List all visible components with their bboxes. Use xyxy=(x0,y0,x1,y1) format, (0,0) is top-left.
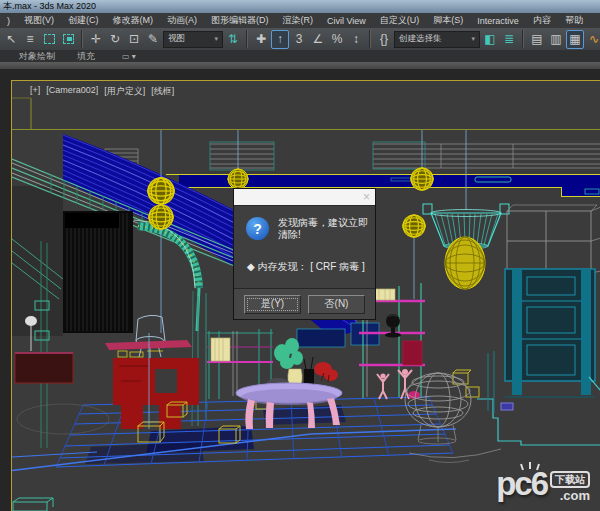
menu-item[interactable]: 图形编辑器(D) xyxy=(204,14,276,27)
chevron-down-icon: ▾ xyxy=(471,35,475,43)
toolbar-separator xyxy=(81,30,83,48)
viewport-menu-general[interactable]: [+] xyxy=(30,85,40,98)
ribbon-collapsed-strip xyxy=(0,62,600,69)
pivot-toggle-icon[interactable]: ↑ xyxy=(271,30,289,49)
angle-snap-icon[interactable]: ∠ xyxy=(309,30,327,49)
dialog-body: ? 发现病毒，建议立即清除! ◆ 内存发现： [ CRF 病毒 ] xyxy=(234,206,375,290)
window-crossing-icon[interactable] xyxy=(59,30,77,49)
spinner-snap-icon[interactable]: ↕ xyxy=(347,30,365,49)
paintbrush-dropdown[interactable]: ▭ ▾ xyxy=(122,52,136,61)
viewport-label: [+] [Camera002] [用户定义] [线框] xyxy=(30,85,174,98)
menu-item[interactable]: 动画(A) xyxy=(160,14,204,27)
yes-button[interactable]: 是(Y) xyxy=(244,295,301,314)
ribbon-tab[interactable]: 对象绘制 xyxy=(8,50,66,63)
cabinet xyxy=(505,269,595,397)
select-and-place-icon[interactable]: ✚ xyxy=(252,30,270,49)
main-toolbar: ↖≡✛↻⊡✎视图▾⇅✚↑3∠%↕{}创建选择集▾◧≣▤▥▦∿⊞⇓ xyxy=(0,28,600,50)
question-icon: ? xyxy=(246,217,269,240)
select-and-manipulate-icon[interactable]: ✎ xyxy=(144,30,162,49)
reference-coordinate-dropdown[interactable]: 视图▾ xyxy=(163,31,223,48)
scene-explorer-icon[interactable]: ▥ xyxy=(547,30,565,49)
viewport-menu-pov[interactable]: [Camera002] xyxy=(46,85,98,98)
pc6-watermark: pc6 下载站 .com xyxy=(496,468,590,503)
layer-manager-icon[interactable]: ▤ xyxy=(528,30,546,49)
window-title: 本.max - 3ds Max 2020 xyxy=(3,1,96,11)
menu-item[interactable]: 帮助 xyxy=(558,14,590,27)
menu-item[interactable]: 内容 xyxy=(526,14,558,27)
ribbon-tabs-row: 对象绘制填充▭ ▾ xyxy=(0,50,600,62)
rectangular-selection-region-icon[interactable] xyxy=(40,30,58,49)
watermark-brand: pc6 xyxy=(496,468,547,500)
window-titlebar: 本.max - 3ds Max 2020 xyxy=(0,0,600,13)
close-icon[interactable]: × xyxy=(363,190,370,204)
window-crossing-icon xyxy=(63,34,74,44)
menu-item[interactable]: 自定义(U) xyxy=(373,14,427,27)
virus-alert-dialog: × ? 发现病毒，建议立即清除! ◆ 内存发现： [ CRF 病毒 ] 是(Y)… xyxy=(233,188,376,320)
toolbar-separator xyxy=(369,30,371,48)
rays-icon xyxy=(520,461,540,471)
select-object-icon[interactable]: ↖ xyxy=(2,30,20,49)
edit-named-selection-icon[interactable]: {} xyxy=(375,30,393,49)
toolbar-separator xyxy=(246,30,248,48)
use-pivot-center-icon[interactable]: ⇅ xyxy=(224,30,242,49)
dialog-titlebar[interactable]: × xyxy=(234,189,375,206)
viewport-menu-shading[interactable]: [线框] xyxy=(151,85,174,98)
curve-editor-icon[interactable]: ∿ xyxy=(585,30,600,49)
menu-item[interactable]: ) xyxy=(0,16,17,26)
menu-item[interactable]: 视图(V) xyxy=(17,14,61,27)
menu-item[interactable]: Interactive xyxy=(470,16,526,26)
dialog-footer: 是(Y) 否(N) xyxy=(234,288,375,319)
menu-item[interactable]: 脚本(S) xyxy=(426,14,470,27)
menu-item[interactable]: 渲染(R) xyxy=(276,14,321,27)
rectangular-selection-region-icon xyxy=(44,34,55,44)
named-selection-dropdown[interactable]: 创建选择集▾ xyxy=(394,31,480,48)
align-icon[interactable]: ≣ xyxy=(500,30,518,49)
select-and-scale-icon[interactable]: ⊡ xyxy=(125,30,143,49)
select-and-rotate-icon[interactable]: ↻ xyxy=(106,30,124,49)
dialog-message: 发现病毒，建议立即清除! xyxy=(278,217,370,241)
select-and-move-icon[interactable]: ✛ xyxy=(87,30,105,49)
percent-snap-icon[interactable]: % xyxy=(328,30,346,49)
mirror-icon[interactable]: ◧ xyxy=(481,30,499,49)
watermark-suffix: .com xyxy=(560,488,590,503)
ribbon-toggle-icon[interactable]: ▦ xyxy=(566,30,584,49)
named-selection-dropdown-label: 创建选择集 xyxy=(399,33,442,45)
menu-item[interactable]: 创建(C) xyxy=(61,14,106,27)
no-button[interactable]: 否(N) xyxy=(308,295,365,314)
menu-item[interactable]: Civil View xyxy=(320,16,373,26)
menu-item[interactable]: 修改器(M) xyxy=(106,14,161,27)
ribbon-tab[interactable]: 填充 xyxy=(66,50,106,63)
select-by-name-icon[interactable]: ≡ xyxy=(21,30,39,49)
reference-coordinate-dropdown-label: 视图 xyxy=(168,33,185,45)
menu-bar: )视图(V)创建(C)修改器(M)动画(A)图形编辑器(D)渲染(R)Civil… xyxy=(0,13,600,28)
viewport-menu-user[interactable]: [用户定义] xyxy=(104,85,145,98)
watermark-badge: 下载站 xyxy=(550,471,590,488)
toolbar-separator xyxy=(522,30,524,48)
snap-3d-icon[interactable]: 3 xyxy=(290,30,308,49)
dense-sphere-lamp xyxy=(445,237,485,289)
curtain xyxy=(63,211,133,333)
dialog-detail: ◆ 内存发现： [ CRF 病毒 ] xyxy=(247,261,367,273)
chevron-down-icon: ▾ xyxy=(214,35,218,43)
